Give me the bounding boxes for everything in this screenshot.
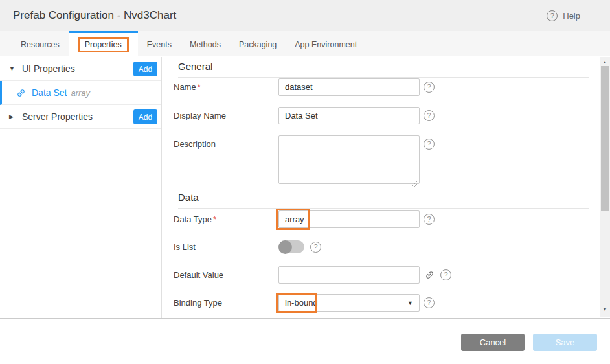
tab-bar: Resources Properties Events Methods Pack…: [0, 31, 610, 56]
data-type-input[interactable]: [278, 210, 420, 228]
vertical-scrollbar[interactable]: ▲ ▼: [600, 57, 610, 317]
sidebar-item-type: array: [71, 88, 90, 98]
sidebar-section-server-properties[interactable]: ▶ Server Properties Add: [0, 105, 161, 129]
footer-divider: [0, 318, 610, 319]
sidebar-section-ui-properties[interactable]: ▼ UI Properties Add: [0, 57, 161, 81]
toggle-knob: [278, 240, 292, 254]
default-value-help-icon[interactable]: ?: [440, 269, 451, 280]
help-link[interactable]: ? Help: [547, 0, 580, 31]
sidebar-item-data-set[interactable]: Data Set array: [0, 81, 161, 105]
sidebar-item-label: Data Set: [32, 87, 67, 98]
tab-events[interactable]: Events: [138, 31, 181, 56]
tab-resources[interactable]: Resources: [12, 31, 69, 56]
field-row-data-type: Data Type* ?: [174, 210, 435, 228]
field-row-name: Name* ?: [174, 78, 435, 96]
properties-sidebar: ▼ UI Properties Add Data Set array ▶ Ser…: [0, 57, 162, 319]
data-type-help-icon[interactable]: ?: [424, 214, 435, 225]
scroll-up-icon[interactable]: ▲: [600, 60, 610, 64]
property-form-panel: General Name* ? Display Name ? Descripti…: [163, 57, 599, 319]
field-row-default-value: Default Value ?: [174, 266, 451, 284]
dialog-title: Prefab Configuration - Nvd3Chart: [13, 9, 176, 22]
scrollbar-thumb[interactable]: [601, 66, 609, 211]
bind-variable-link-icon[interactable]: [423, 268, 436, 282]
is-list-toggle[interactable]: [278, 240, 304, 253]
tab-methods[interactable]: Methods: [181, 31, 230, 56]
section-heading-general: General: [178, 61, 589, 78]
display-name-input[interactable]: [278, 107, 420, 124]
tab-properties[interactable]: Properties: [69, 31, 138, 56]
dropdown-caret-icon: ▼: [407, 300, 413, 306]
scroll-down-icon[interactable]: ▼: [600, 307, 610, 312]
binding-type-select[interactable]: in-bound ▼: [278, 294, 420, 312]
section-heading-data: Data: [178, 192, 589, 209]
required-marker: *: [213, 214, 216, 224]
default-value-label: Default Value: [174, 266, 278, 280]
display-name-label: Display Name: [174, 107, 278, 120]
tab-app-environment[interactable]: App Environment: [286, 31, 366, 56]
add-server-property-button[interactable]: Add: [133, 109, 157, 124]
add-ui-property-button[interactable]: Add: [133, 62, 157, 76]
is-list-help-icon[interactable]: ?: [310, 242, 321, 253]
display-name-help-icon[interactable]: ?: [424, 110, 435, 121]
description-label: Description: [174, 135, 278, 149]
default-value-input[interactable]: [278, 266, 420, 284]
data-type-label: Data Type*: [174, 210, 278, 224]
field-row-description: Description ?: [174, 135, 435, 187]
binding-type-label: Binding Type: [174, 294, 278, 308]
name-help-icon[interactable]: ?: [424, 82, 435, 93]
description-textarea[interactable]: [278, 135, 420, 184]
expand-arrow-icon[interactable]: ▶: [9, 113, 16, 120]
field-row-is-list: Is List ?: [174, 238, 321, 253]
dialog-header: Prefab Configuration - Nvd3Chart ? Help: [0, 0, 610, 31]
field-row-binding-type: Binding Type in-bound ▼ ?: [174, 294, 435, 312]
is-list-label: Is List: [174, 238, 278, 252]
binding-type-help-icon[interactable]: ?: [424, 297, 435, 308]
save-button[interactable]: Save: [533, 334, 597, 351]
required-marker: *: [198, 82, 201, 92]
field-row-display-name: Display Name ?: [174, 107, 435, 124]
name-input[interactable]: [278, 78, 420, 96]
help-label: Help: [563, 11, 580, 21]
help-icon: ?: [547, 10, 558, 21]
binding-link-icon: [14, 85, 28, 99]
description-help-icon[interactable]: ?: [424, 139, 435, 150]
cancel-button[interactable]: Cancel: [461, 334, 525, 351]
tab-packaging[interactable]: Packaging: [230, 31, 286, 56]
binding-type-value: in-bound: [285, 298, 318, 308]
collapse-arrow-icon[interactable]: ▼: [9, 65, 16, 72]
resize-grip-icon[interactable]: [411, 178, 418, 185]
name-label: Name*: [174, 78, 278, 92]
